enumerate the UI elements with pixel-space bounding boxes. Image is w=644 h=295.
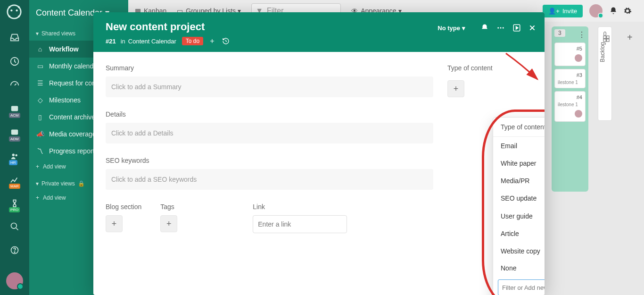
- rail-help-icon[interactable]: [6, 242, 23, 259]
- rail-search-icon[interactable]: [6, 218, 23, 235]
- modal-header: New content project #21 in Content Calen…: [93, 12, 545, 52]
- rail-workspace-mar-icon[interactable]: MAR: [6, 171, 23, 188]
- popover-option[interactable]: User guide?: [493, 207, 545, 225]
- assignee-avatar: [575, 110, 582, 118]
- link-label: Link: [253, 203, 347, 211]
- popover-option[interactable]: SEO update★: [493, 189, 545, 207]
- modal-header-actions: No type▾: [438, 24, 536, 32]
- milestone-icon: ◇: [36, 96, 44, 104]
- popover-option[interactable]: Media/PR: [493, 172, 545, 189]
- details-input[interactable]: Click to add a Details: [106, 123, 433, 143]
- rail-user-avatar[interactable]: [6, 272, 23, 289]
- workspace-title-text: Content Calendar: [36, 8, 102, 18]
- popover-option[interactable]: Article▭: [493, 225, 545, 243]
- assignee-avatar: [575, 54, 582, 62]
- popover-option[interactable]: White paper▯: [493, 154, 545, 172]
- subscribe-icon[interactable]: [480, 24, 489, 32]
- popover-title: Type of content: [501, 123, 545, 131]
- notifications-icon[interactable]: [609, 7, 618, 15]
- rail-workspace-adm-icon[interactable]: ADM: [6, 124, 23, 141]
- user-plus-icon: 👤+: [548, 8, 560, 15]
- popover-option[interactable]: None: [493, 260, 545, 277]
- tags-label: Tags: [160, 203, 177, 211]
- chart-icon: 〽: [36, 147, 44, 155]
- rail-workspace-acm-icon[interactable]: ACM: [6, 100, 23, 117]
- details-label: Details: [106, 110, 433, 118]
- svg-point-7: [15, 154, 17, 157]
- popover-option[interactable]: Website copy: [493, 243, 545, 260]
- add-icon[interactable]: [209, 38, 215, 44]
- bullhorn-icon: 📣: [36, 130, 44, 138]
- project-link[interactable]: Content Calendar: [128, 38, 176, 45]
- more-icon[interactable]: [496, 24, 505, 32]
- lock-icon: 🔒: [78, 180, 85, 187]
- topbar-user-avatar[interactable]: [589, 4, 603, 17]
- type-dropdown[interactable]: No type▾: [438, 25, 465, 32]
- blog-section-add[interactable]: +: [106, 215, 123, 232]
- kanban-column: 3 ⋮ #5 #3 ilestone 1 #4 ilestone 1: [552, 26, 588, 192]
- status-chip[interactable]: To do: [182, 37, 203, 45]
- svg-point-8: [11, 223, 17, 229]
- kanban-card[interactable]: #3 ilestone 1: [554, 69, 586, 88]
- rail-workspace-hr-icon[interactable]: HR: [6, 147, 23, 164]
- svg-rect-13: [603, 39, 606, 42]
- svg-point-2: [16, 9, 18, 11]
- kanban-card[interactable]: #4 ilestone 1: [554, 91, 586, 122]
- rail-workspace-pro-icon[interactable]: PRO: [6, 194, 23, 211]
- popover-filter-input[interactable]: [498, 279, 545, 295]
- svg-point-15: [497, 27, 499, 29]
- settings-icon[interactable]: [623, 7, 632, 15]
- tags-add[interactable]: +: [160, 215, 177, 232]
- column-count: 3: [554, 29, 565, 37]
- svg-point-6: [12, 154, 15, 156]
- close-icon[interactable]: [528, 24, 536, 32]
- svg-point-10: [14, 252, 15, 253]
- type-of-content-add[interactable]: +: [447, 80, 464, 97]
- seo-label: SEO keywords: [106, 157, 433, 164]
- home-icon: ⌂: [36, 45, 44, 53]
- archive-icon: ▯: [36, 113, 44, 121]
- svg-point-1: [10, 9, 12, 11]
- add-column-icon[interactable]: +: [627, 32, 633, 43]
- invite-button[interactable]: 👤+Invite: [543, 5, 583, 17]
- play-icon[interactable]: [512, 24, 521, 32]
- kanban-card[interactable]: #5: [554, 42, 586, 66]
- link-input[interactable]: [253, 215, 347, 233]
- svg-rect-12: [607, 36, 609, 38]
- summary-input[interactable]: Click to add a Summary: [106, 76, 433, 97]
- blog-section-label: Blog section: [106, 203, 141, 211]
- svg-rect-4: [11, 106, 18, 111]
- list-icon: ☰: [36, 79, 44, 87]
- type-of-content-popover: Type of content ⋮ Email@White paper▯Medi…: [493, 117, 545, 295]
- seo-input[interactable]: Click to add a SEO keywords: [106, 169, 433, 190]
- task-number: #21: [106, 38, 116, 45]
- calendar-icon: ▭: [36, 62, 44, 70]
- modal-body: Summary Click to add a Summary Details C…: [93, 52, 545, 245]
- app-logo[interactable]: [6, 4, 23, 21]
- svg-rect-11: [603, 36, 606, 38]
- summary-label: Summary: [106, 64, 433, 72]
- history-icon[interactable]: [222, 37, 230, 45]
- popover-option[interactable]: Email@: [493, 137, 545, 154]
- svg-rect-5: [11, 130, 18, 135]
- column-menu-icon[interactable]: ⋮: [578, 30, 586, 39]
- rail-dashboard-icon[interactable]: [6, 76, 23, 93]
- task-modal: New content project #21 in Content Calen…: [93, 12, 545, 295]
- rail-inbox-icon[interactable]: [6, 29, 23, 46]
- svg-point-17: [503, 27, 504, 29]
- type-of-content-label: Type of content: [447, 64, 532, 72]
- modal-breadcrumb: #21 in Content Calendar To do: [106, 37, 532, 45]
- rail-clock-icon[interactable]: [6, 53, 23, 70]
- svg-point-16: [500, 27, 502, 29]
- nav-rail: ACM ADM HR MAR PRO: [0, 0, 29, 295]
- svg-rect-14: [607, 39, 609, 42]
- layout-icon[interactable]: [603, 35, 610, 42]
